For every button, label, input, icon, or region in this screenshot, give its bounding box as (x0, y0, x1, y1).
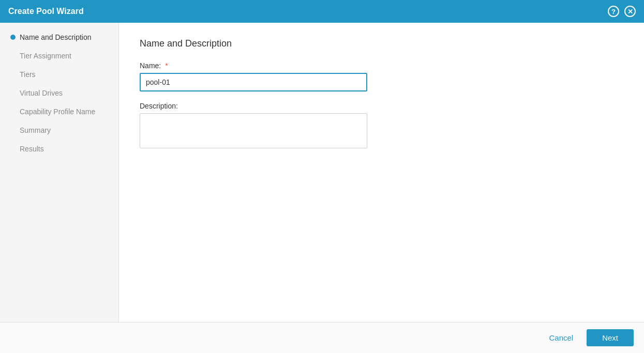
sidebar-item-capability-profile-name[interactable]: Capability Profile Name (0, 102, 118, 121)
sidebar-item-label: Virtual Drives (20, 89, 63, 97)
sidebar-item-virtual-drives[interactable]: Virtual Drives (0, 84, 118, 102)
name-input[interactable] (140, 73, 367, 91)
sidebar-item-label: Capability Profile Name (20, 108, 95, 116)
description-textarea[interactable] (140, 113, 367, 148)
sidebar-item-results[interactable]: Results (0, 140, 118, 158)
sidebar: Name and Description Tier Assignment Tie… (0, 23, 119, 322)
dialog-header: Create Pool Wizard ? ✕ (0, 0, 644, 23)
create-pool-wizard-dialog: Create Pool Wizard ? ✕ Name and Descript… (0, 0, 644, 353)
name-form-group: Name: * (140, 62, 623, 91)
dialog-footer: Cancel Next (0, 322, 644, 353)
name-required-star: * (165, 62, 168, 70)
sidebar-item-label: Name and Description (20, 33, 92, 41)
next-button[interactable]: Next (587, 329, 634, 346)
description-label: Description: (140, 102, 623, 110)
main-content: Name and Description Name: * Description… (119, 23, 644, 322)
header-icons: ? ✕ (608, 6, 636, 17)
sidebar-item-label: Tier Assignment (20, 52, 71, 60)
sidebar-item-tier-assignment[interactable]: Tier Assignment (0, 47, 118, 65)
sidebar-item-label: Summary (20, 126, 51, 134)
sidebar-item-summary[interactable]: Summary (0, 121, 118, 140)
section-title: Name and Description (140, 38, 623, 49)
cancel-button[interactable]: Cancel (541, 329, 581, 346)
dialog-title: Create Pool Wizard (8, 7, 84, 16)
close-icon[interactable]: ✕ (624, 6, 636, 17)
sidebar-item-label: Tiers (20, 70, 36, 79)
name-label: Name: * (140, 62, 623, 70)
help-icon[interactable]: ? (608, 6, 619, 17)
sidebar-item-name-and-description[interactable]: Name and Description (0, 28, 118, 47)
sidebar-item-tiers[interactable]: Tiers (0, 65, 118, 84)
description-form-group: Description: (140, 102, 623, 150)
sidebar-item-label: Results (20, 145, 44, 153)
dialog-body: Name and Description Tier Assignment Tie… (0, 23, 644, 322)
